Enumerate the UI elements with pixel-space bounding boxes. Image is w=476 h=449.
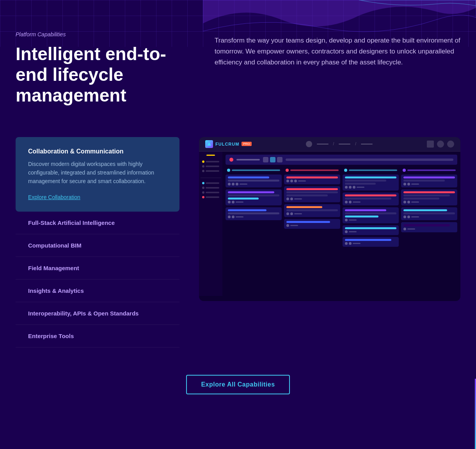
col-4-dot [403,169,406,172]
meta-line-7 [290,225,298,226]
card-bar-8-2 [345,180,386,182]
sidebar-icon-menu [206,155,215,156]
meta-line-11 [349,231,357,232]
app-body [199,151,460,296]
avatar-15 [286,224,289,227]
meta-line-1 [240,184,247,185]
col-2-dot [286,169,289,172]
toolbar-title-line [236,159,260,160]
kanban-card-3-4 [343,225,399,235]
card-meta-4-1 [403,183,455,185]
logo-text: FULCRUM [215,142,239,146]
col-3-title [349,169,397,171]
meta-line-15 [411,216,419,217]
card-bar-3-2 [228,212,279,214]
card-bar-15-2 [403,212,455,214]
app-logo: FULCRUM PRO [205,140,252,148]
nav-slash-1: / [333,142,334,146]
toolbar-filter-icons [263,157,282,162]
meta-line-16 [407,228,415,230]
toolbar-icon-3[interactable] [277,157,282,162]
app-icon-list[interactable] [427,141,434,148]
explore-collaboration-link[interactable]: Explore Collaboration [28,194,80,200]
avatar-19 [345,201,348,203]
platform-label: Platform Capabilities [16,31,191,37]
menu-item-enterprise[interactable]: Enterprise Tools [16,325,179,347]
card-bar-8-1 [345,176,396,178]
card-bar-3-1 [228,209,266,211]
sidebar-line-3 [206,170,219,172]
avatar-26 [407,183,410,185]
kanban-card-1-1 [226,175,282,187]
menu-item-bim[interactable]: Computational BIM [16,234,179,257]
kanban-card-1-3 [226,207,282,220]
nav-home-icon [306,141,312,147]
toolbar-status-dot [229,158,233,162]
sidebar-line-5 [206,187,219,189]
app-icon-bell[interactable] [437,141,444,148]
avatar-31 [403,228,406,230]
card-bar-2-1 [228,191,274,193]
card-meta-1-1 [228,183,279,185]
toolbar-search-bar [286,159,453,161]
kanban-card-2-1 [284,175,340,184]
card-meta-3-1 [345,186,396,189]
meta-line-2 [236,201,243,203]
sidebar-row-1 [201,160,221,163]
card-bar-13-1 [403,176,455,178]
avatar-30 [407,216,410,218]
avatar-1 [228,183,231,185]
card-meta-2-4 [286,224,338,227]
col-4-header [401,168,457,173]
card-bar-5-1 [286,188,338,190]
logo-badge: PRO [242,142,251,146]
card-meta-3-2 [345,201,396,203]
menu-item-ai[interactable]: Full-Stack Artificial Intelligence [16,212,179,234]
sidebar-row-3 [201,170,221,172]
sidebar-dot-3 [202,170,204,172]
avatar-9 [290,180,293,182]
meta-line-9 [353,201,361,203]
card-bar-1-2 [228,180,279,182]
col-2-title [290,169,339,171]
card-meta-4-2 [403,201,455,203]
app-icon-user[interactable] [447,141,454,148]
card-title: Collaboration & Communication [28,148,167,155]
avatar-8 [286,180,289,182]
kanban-col-1 [226,168,282,293]
card-bar-10-1 [345,209,386,211]
sidebar-row-7 [201,196,221,198]
col-1-header [226,168,282,173]
card-bar-1-1 [228,176,269,178]
sidebar-dot-6 [202,191,204,194]
meta-line-3 [236,216,243,217]
card-meta-1-2 [228,201,279,203]
explore-all-capabilities-button[interactable]: Explore All Capabilities [186,375,290,394]
sidebar-group-1 [201,160,221,172]
sidebar-group-2 [201,182,221,198]
meta-line-8 [357,187,364,188]
toolbar-icon-2[interactable] [270,157,275,162]
card-meta-3-4 [345,230,396,233]
meta-line-10 [349,219,357,221]
card-bar-14-1 [403,191,455,193]
kanban-card-4-2 [401,189,457,205]
kanban-card-3-3 [343,207,399,223]
sidebar-line-1 [206,161,219,162]
menu-item-field[interactable]: Field Management [16,257,179,280]
col-3-dot [344,169,347,172]
kanban-col-3 [343,168,399,293]
avatar-13 [286,212,289,215]
avatar-28 [407,201,410,203]
toolbar-icon-1[interactable] [263,157,268,162]
sidebar-row-5 [201,187,221,189]
kanban-card-4-1 [401,175,457,187]
col-1-dot [227,169,230,172]
menu-item-interop[interactable]: Interoperability, APIs & Open Standards [16,302,179,325]
meta-line-6 [294,213,302,214]
card-bar-10-3 [345,216,378,217]
kanban-card-3-2 [343,192,399,205]
menu-item-insights[interactable]: Insights & Analytics [16,280,179,302]
card-meta-3-5 [345,242,396,245]
avatar-23 [345,242,348,245]
